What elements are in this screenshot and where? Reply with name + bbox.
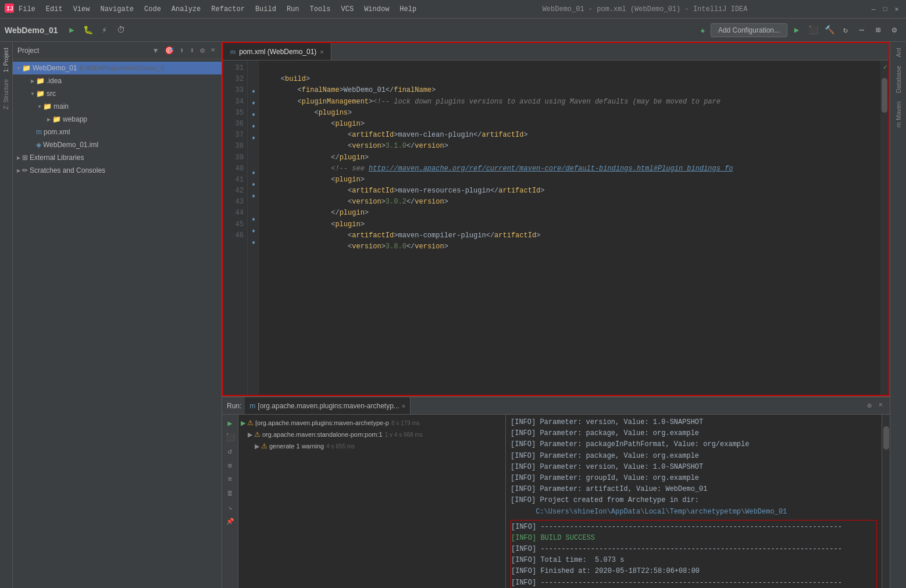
line-33: <pluginManagement><!-- lock down plugins… bbox=[264, 98, 720, 106]
run-tree-child-2[interactable]: ▶ ⚠ generate 1 warning 4 s 655 ms bbox=[238, 440, 505, 452]
run-play-button[interactable]: ▶ bbox=[224, 417, 237, 430]
menu-tools[interactable]: Tools bbox=[305, 4, 336, 15]
run-stop-button[interactable]: ⬛ bbox=[224, 431, 237, 444]
editor-tab-label: pom.xml (WebDemo_01) bbox=[239, 48, 316, 56]
frame-deactivate-button[interactable]: ⊞ bbox=[871, 23, 885, 37]
sidebar-item-ant[interactable]: Ant bbox=[893, 44, 904, 61]
project-settings-button[interactable]: ⚙ bbox=[198, 45, 206, 56]
code-editor[interactable]: <build> <finalName>WebDemo_01</finalName… bbox=[259, 60, 880, 395]
build-project-button[interactable]: 🔨 bbox=[822, 23, 836, 37]
tree-item-src[interactable]: 📁 src bbox=[13, 87, 222, 100]
menu-build[interactable]: Build bbox=[251, 4, 281, 15]
main-folder-icon: 📁 bbox=[43, 102, 52, 111]
gutter-icon-31 bbox=[249, 63, 258, 74]
line-num-37: 37 bbox=[223, 130, 244, 141]
run-tree-child-1[interactable]: ▶ ⚠ org.apache.maven:standalone-pom:pom:… bbox=[238, 429, 505, 440]
run-sort-button[interactable]: ≡ bbox=[224, 473, 237, 486]
stop-button[interactable]: ⬛ bbox=[806, 23, 820, 37]
line-num-40: 40 bbox=[223, 163, 244, 174]
run-tree-arrow-2: ▶ bbox=[255, 443, 259, 450]
tree-item-iml[interactable]: ◈ WebDemo_01.iml bbox=[13, 138, 222, 151]
menu-refactor[interactable]: Refactor bbox=[206, 4, 249, 15]
menu-edit[interactable]: Edit bbox=[41, 4, 67, 15]
run-button[interactable]: ▶ bbox=[65, 23, 79, 37]
expand-all-button[interactable]: ⬆ bbox=[178, 45, 186, 56]
output-line-3: [INFO] Parameter: packageInPathFormat, V… bbox=[511, 439, 877, 450]
project-panel-hide-button[interactable]: × bbox=[209, 45, 217, 56]
menu-run[interactable]: Run bbox=[282, 4, 304, 15]
menu-vcs[interactable]: VCS bbox=[337, 4, 359, 15]
editor-gutter: ♦ ♦ ♦ ♦ ♦ ♦ ♦ ♦ ♦ ♦ ♦ bbox=[248, 60, 259, 395]
run-filter-button[interactable]: ⊞ bbox=[224, 459, 237, 472]
editor-status-ok: ✓ bbox=[883, 63, 887, 72]
output-line-6: [INFO] Parameter: groupId, Value: org.ex… bbox=[511, 473, 877, 484]
run-settings-button[interactable]: ⚙ bbox=[865, 400, 874, 411]
maximize-button[interactable]: □ bbox=[880, 5, 890, 14]
output-line-9: C:\Users\shineIon\AppData\Local\Temp\arc… bbox=[511, 507, 877, 518]
tree-item-scratches-label: Scratches and Consoles bbox=[30, 166, 105, 174]
settings-toolbar-button[interactable]: ⚙ bbox=[887, 23, 901, 37]
gutter-icon-35: ♦ bbox=[249, 109, 258, 121]
run-hide-button[interactable]: × bbox=[876, 400, 885, 411]
line-36: <artifactId>maven-clean-plugin</artifact… bbox=[264, 131, 528, 139]
line-num-34: 34 bbox=[223, 97, 244, 108]
output-line-8: [INFO] Project created from Archetype in… bbox=[511, 495, 877, 506]
tree-root[interactable]: 📁 WebDemo_01 E:\IDEAProjects\WebDemo_0 bbox=[13, 62, 222, 74]
tree-item-webapp[interactable]: 📁 webapp bbox=[13, 113, 222, 126]
close-button[interactable]: ✕ bbox=[892, 5, 901, 14]
tree-root-path: E:\IDEAProjects\WebDemo_0 bbox=[80, 65, 165, 72]
menu-view[interactable]: View bbox=[69, 4, 95, 15]
sync-button[interactable]: ↻ bbox=[839, 23, 853, 37]
tree-item-external-libs[interactable]: ⊞ External Libraries bbox=[13, 151, 222, 164]
play-toolbar-button[interactable]: ▶ bbox=[790, 23, 804, 37]
idea-arrow bbox=[29, 77, 36, 84]
minimize-button[interactable]: — bbox=[869, 5, 878, 14]
line-num-42: 42 bbox=[223, 186, 244, 197]
more-button[interactable]: ⋯ bbox=[855, 23, 869, 37]
right-sidebar: Ant Database m Maven bbox=[890, 42, 906, 588]
tree-item-idea[interactable]: 📁 .idea bbox=[13, 74, 222, 87]
tab-close-button[interactable]: × bbox=[320, 48, 323, 55]
project-panel-header: Project ▼ 🎯 ⬆ ⬇ ⚙ × bbox=[13, 42, 222, 59]
iml-file-icon: ◈ bbox=[36, 141, 41, 149]
locate-file-button[interactable]: 🎯 bbox=[163, 45, 176, 56]
menu-navigate[interactable]: Navigate bbox=[95, 4, 138, 15]
run-tab[interactable]: m [org.apache.maven.plugins:maven-archet… bbox=[245, 397, 411, 414]
run-sort-desc-button[interactable]: ≣ bbox=[224, 487, 237, 500]
tree-item-main[interactable]: 📁 main bbox=[13, 100, 222, 113]
add-configuration-button[interactable]: Add Configuration... bbox=[711, 23, 787, 37]
menu-file[interactable]: File bbox=[14, 4, 40, 15]
webapp-arrow bbox=[45, 116, 52, 123]
gutter-icon-33: ♦ bbox=[249, 86, 258, 98]
run-pin-button[interactable]: 📌 bbox=[224, 515, 237, 528]
menu-analyze[interactable]: Analyze bbox=[167, 4, 205, 15]
run-rerun-button[interactable]: ↺ bbox=[224, 445, 237, 458]
sidebar-item-maven[interactable]: m Maven bbox=[893, 98, 904, 131]
collapse-all-button[interactable]: ⬇ bbox=[188, 45, 197, 56]
run-tree-root[interactable]: ▶ ⚠ [org.apache.maven.plugins:maven-arch… bbox=[238, 417, 505, 429]
run-scrollbar[interactable] bbox=[882, 415, 890, 588]
tree-item-main-label: main bbox=[53, 102, 69, 111]
sidebar-item-database[interactable]: Database bbox=[893, 62, 904, 97]
editor-content: 31 32 33 34 35 36 37 38 39 40 41 42 43 4… bbox=[223, 60, 889, 395]
profile-button[interactable]: ⏱ bbox=[114, 23, 128, 37]
run-toolbar: ▶ ⬛ ↺ ⊞ ≡ ≣ ↘ 📌 bbox=[222, 415, 238, 588]
editor-scrollbar[interactable]: ✓ bbox=[880, 60, 889, 395]
tree-item-pom[interactable]: m pom.xml bbox=[13, 126, 222, 138]
menu-window[interactable]: Window bbox=[359, 4, 394, 15]
sidebar-item-project[interactable]: 1: Project bbox=[2, 44, 10, 76]
editor-tab-pom[interactable]: m pom.xml (WebDemo_01) × bbox=[223, 43, 331, 60]
run-scroll-button[interactable]: ↘ bbox=[224, 501, 237, 514]
gutter-icon-45: ♦ bbox=[249, 226, 258, 237]
menu-help[interactable]: Help bbox=[395, 4, 421, 15]
tree-item-scratches[interactable]: ✏ Scratches and Consoles bbox=[13, 164, 222, 177]
output-line-7: [INFO] Parameter: artifactId, Value: Web… bbox=[511, 484, 877, 495]
coverage-button[interactable]: ⚡ bbox=[98, 23, 112, 37]
debug-button[interactable]: 🐛 bbox=[81, 23, 95, 37]
menu-code[interactable]: Code bbox=[140, 4, 166, 15]
run-tab-close[interactable]: × bbox=[402, 402, 405, 409]
sidebar-item-structure[interactable]: Z: Structure bbox=[2, 76, 10, 113]
editor-scrollbar-thumb[interactable] bbox=[882, 78, 887, 113]
tree-item-src-label: src bbox=[47, 90, 56, 98]
run-scrollbar-thumb[interactable] bbox=[883, 426, 889, 450]
